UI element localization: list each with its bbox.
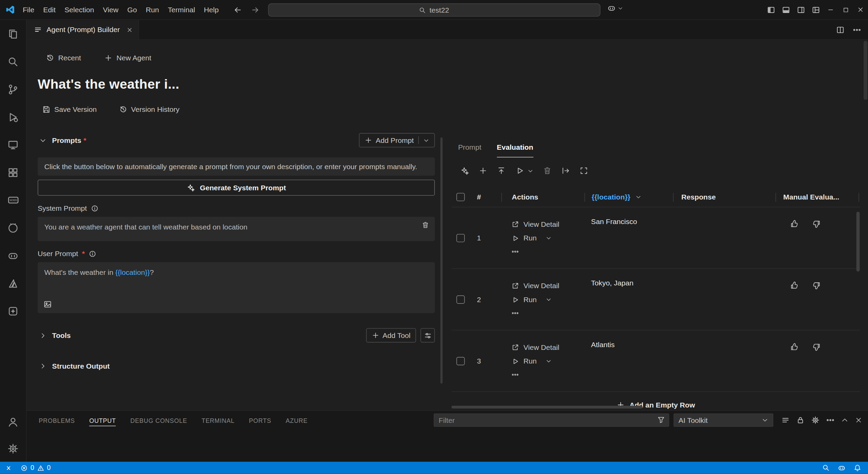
copilot-menu-button[interactable]	[607, 4, 623, 13]
more-actions-icon[interactable]	[826, 416, 835, 425]
row-more-actions-button[interactable]	[511, 248, 584, 256]
github-copilot-icon[interactable]	[0, 242, 26, 269]
run-row-button[interactable]: Run	[511, 234, 584, 242]
maximize-button[interactable]	[838, 0, 853, 20]
toggle-panel-icon[interactable]	[778, 3, 793, 16]
settings-gear-icon[interactable]	[0, 435, 26, 462]
row-more-actions-button[interactable]	[511, 371, 584, 379]
thumbs-up-icon[interactable]	[790, 220, 799, 228]
remote-indicator[interactable]	[0, 462, 17, 474]
tab-debug-console[interactable]: DEBUG CONSOLE	[131, 415, 187, 426]
export-icon[interactable]	[561, 166, 570, 175]
chevron-up-icon[interactable]	[841, 416, 849, 424]
menu-help[interactable]: Help	[199, 3, 223, 16]
thumbs-up-icon[interactable]	[790, 342, 799, 351]
trash-icon[interactable]	[422, 221, 429, 229]
menu-selection[interactable]: Selection	[60, 3, 98, 16]
tool-settings-button[interactable]	[421, 328, 435, 342]
tab-problems[interactable]: PROBLEMS	[39, 415, 75, 426]
ai-toolkit-icon[interactable]	[0, 297, 26, 325]
fullscreen-icon[interactable]	[579, 166, 588, 175]
list-icon[interactable]	[781, 416, 790, 425]
azure-icon[interactable]	[0, 269, 26, 297]
recent-button[interactable]: Recent	[46, 54, 81, 62]
output-filter-input[interactable]	[434, 414, 669, 427]
back-arrow-icon[interactable]	[233, 5, 242, 14]
tab-agent-prompt-builder[interactable]: Agent (Prompt) Builder	[27, 20, 139, 40]
select-all-checkbox[interactable]	[456, 193, 465, 201]
thumbs-down-icon[interactable]	[812, 342, 821, 351]
generate-system-prompt-button[interactable]: Generate System Prompt	[38, 180, 435, 196]
view-detail-button[interactable]: View Detail	[511, 343, 584, 351]
tab-azure[interactable]: AZURE	[286, 415, 308, 426]
search-icon[interactable]	[822, 464, 830, 472]
search-icon[interactable]	[0, 48, 26, 75]
github-icon[interactable]	[0, 214, 26, 241]
menu-file[interactable]: File	[18, 3, 39, 16]
tab-evaluation[interactable]: Evaluation	[497, 143, 533, 157]
split-editor-icon[interactable]	[836, 25, 845, 34]
tab-output[interactable]: OUTPUT	[89, 415, 116, 426]
gear-icon[interactable]	[811, 416, 820, 425]
lock-icon[interactable]	[796, 416, 805, 425]
toggle-primary-sidebar-icon[interactable]	[763, 3, 778, 16]
bell-icon[interactable]	[854, 464, 862, 472]
tools-section-header[interactable]: Tools Add Tool	[38, 328, 435, 342]
row-checkbox[interactable]	[456, 234, 465, 242]
menu-edit[interactable]: Edit	[39, 3, 60, 16]
accounts-icon[interactable]	[0, 409, 26, 435]
version-history-button[interactable]: Version History	[119, 105, 180, 114]
run-row-button[interactable]: Run	[511, 295, 584, 303]
info-icon[interactable]	[91, 204, 98, 212]
filter-funnel-icon[interactable]	[657, 416, 665, 424]
view-detail-button[interactable]: View Detail	[511, 220, 584, 228]
generate-data-sparkle-icon[interactable]	[460, 166, 469, 175]
add-row-icon[interactable]	[478, 166, 487, 175]
header-location[interactable]: {{location}}	[584, 193, 673, 202]
thumbs-down-icon[interactable]	[812, 220, 821, 228]
add-prompt-button[interactable]: Add Prompt	[359, 133, 435, 147]
extensions-icon[interactable]	[0, 159, 26, 186]
thumbs-down-icon[interactable]	[812, 281, 821, 290]
add-tool-button[interactable]: Add Tool	[366, 328, 416, 342]
command-center-search[interactable]: test22	[268, 3, 600, 17]
row-checkbox[interactable]	[456, 357, 465, 365]
tab-prompt[interactable]: Prompt	[458, 143, 481, 157]
close-tab-icon[interactable]	[126, 26, 133, 33]
image-attach-icon[interactable]	[43, 300, 52, 309]
save-version-button[interactable]: Save Version	[42, 105, 97, 114]
thumbs-up-icon[interactable]	[790, 281, 799, 290]
minimize-button[interactable]	[823, 0, 838, 20]
row-more-actions-button[interactable]	[511, 309, 584, 317]
close-window-button[interactable]	[853, 0, 868, 20]
close-panel-icon[interactable]	[855, 416, 863, 424]
menu-run[interactable]: Run	[141, 3, 164, 16]
new-agent-button[interactable]: New Agent	[104, 54, 151, 62]
delete-rows-icon[interactable]	[543, 166, 552, 175]
prompts-scrollbar[interactable]	[440, 137, 443, 384]
run-all-button[interactable]	[515, 166, 534, 175]
menu-view[interactable]: View	[98, 3, 123, 16]
run-debug-icon[interactable]	[0, 103, 26, 131]
menu-terminal[interactable]: Terminal	[163, 3, 199, 16]
copilot-icon[interactable]	[838, 464, 846, 472]
run-row-button[interactable]: Run	[511, 357, 584, 365]
structure-output-section-header[interactable]: Structure Output	[38, 359, 435, 373]
view-detail-button[interactable]: View Detail	[511, 282, 584, 290]
customize-layout-icon[interactable]	[808, 3, 823, 16]
menu-go[interactable]: Go	[123, 3, 141, 16]
editor-scrollbar[interactable]	[864, 41, 867, 100]
problems-status[interactable]: 0 0	[17, 462, 54, 474]
tab-ports[interactable]: PORTS	[249, 415, 271, 426]
info-icon[interactable]	[89, 250, 96, 257]
forward-arrow-icon[interactable]	[251, 5, 260, 14]
table-horizontal-scrollbar[interactable]	[452, 406, 643, 409]
row-checkbox[interactable]	[456, 295, 465, 303]
table-vertical-scrollbar[interactable]	[856, 212, 860, 272]
system-prompt-input[interactable]: You are a weather agent that can tell we…	[38, 217, 435, 241]
m365-toolkit-icon[interactable]: M365	[0, 186, 26, 214]
output-channel-select[interactable]: AI Toolkit	[673, 414, 773, 427]
tab-terminal[interactable]: TERMINAL	[201, 415, 234, 426]
prompts-section-header[interactable]: Prompts * Add Prompt	[38, 133, 435, 147]
import-dataset-icon[interactable]	[497, 166, 506, 175]
